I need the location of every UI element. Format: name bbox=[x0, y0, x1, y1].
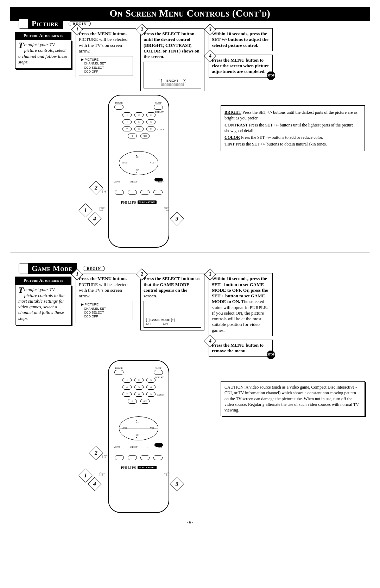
adjustments-header: Picture Adjustments bbox=[15, 32, 71, 40]
caution-box: CAUTION: A video source (such as a video… bbox=[221, 381, 365, 416]
step-3: 3 Within 10 seconds, press the SET +/- b… bbox=[209, 28, 273, 51]
adjustments-header: Picture Adjustments bbox=[15, 277, 71, 285]
begin-label: BEGIN bbox=[83, 266, 104, 271]
picture-section: Picture BEGIN Picture Adjustments To adj… bbox=[10, 23, 370, 253]
callout-2: 2 bbox=[89, 181, 103, 195]
callout-3: 3 bbox=[170, 477, 184, 491]
remote-illustration: POWER SLEEP DISPLAY 123 456 789 ALT CH 0… bbox=[108, 95, 169, 248]
begin-label: BEGIN bbox=[69, 21, 90, 26]
section-tab-icon bbox=[19, 19, 28, 29]
callout-3: 3 bbox=[170, 212, 184, 226]
tv-screen: ▶ PICTURE CHANNEL SET CCD SELECT CCD OFF bbox=[79, 301, 133, 320]
step-2: 2 Press the SELECT button so that the GA… bbox=[140, 273, 204, 330]
tv-screen: [–] GAME MODE [+] OFF ON bbox=[144, 301, 201, 328]
tv-screen: ▶ PICTURE CHANNEL SET CCD SELECT CCD OFF bbox=[79, 56, 133, 75]
adjustments-intro: To adjust your TV picture controls to th… bbox=[15, 285, 71, 325]
section-tab-icon bbox=[19, 264, 28, 273]
callout-2: 2 bbox=[89, 446, 103, 460]
step-2: 2 Press the SELECT button until the desi… bbox=[140, 28, 204, 91]
gamemode-section: Game Mode BEGIN Picture Adjustments To a… bbox=[10, 268, 370, 518]
remote-illustration: POWER SLEEP DISPLAY 123 456 789 ALT CH 0… bbox=[108, 360, 169, 513]
adjustments-intro: To adjust your TV picture controls, sele… bbox=[15, 40, 71, 69]
step-1: 1 Press the MENU button. PICTURE will be… bbox=[76, 28, 136, 78]
section-title: Picture bbox=[28, 18, 63, 29]
page-number: - 6 - bbox=[10, 520, 370, 524]
step-1: 1 Press the MENU button. PICTURE will be… bbox=[76, 273, 136, 323]
definitions-box: BRIGHT Press the SET +/- buttons until t… bbox=[221, 105, 365, 151]
step-4: 4 Press the MENU button to clear the scr… bbox=[209, 55, 273, 78]
step-3: 3 Within 10 seconds, press the SET - but… bbox=[209, 273, 273, 336]
section-title: Game Mode bbox=[28, 263, 77, 274]
tv-screen: [–] BRIGHT [+] ▯▯▯▯▯▯▯▯▯▯▯▯▯ bbox=[144, 62, 201, 88]
step-4: 4 Press the MENU button to remove the me… bbox=[209, 340, 273, 357]
